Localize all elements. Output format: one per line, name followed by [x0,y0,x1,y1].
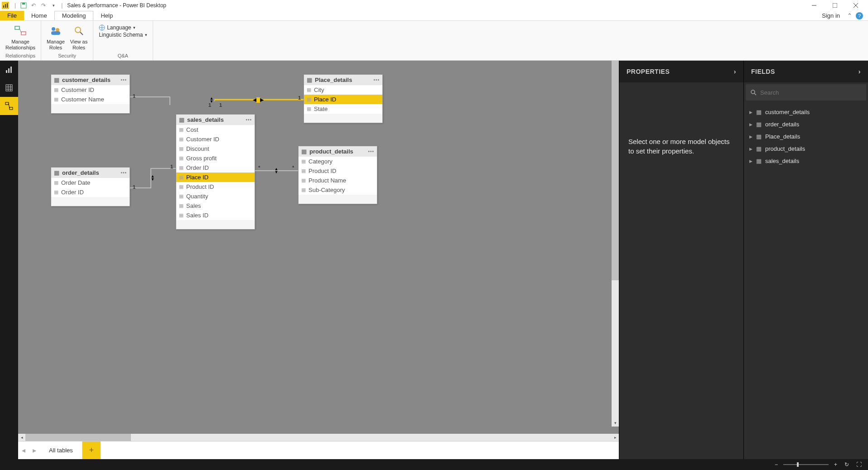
table-header[interactable]: ▦ order_details ••• [51,168,130,178]
table-field[interactable]: ▦Sales [176,201,255,211]
qat-dropdown-icon[interactable]: ▾ [49,1,58,10]
fields-item-product-details[interactable]: ▶ ▦ product_details [746,143,866,155]
fields-item-order-details[interactable]: ▶ ▦ order_details [746,118,866,130]
table-field[interactable]: ▦Sub-Category [299,185,377,195]
fields-item-place-details[interactable]: ▶ ▦ Place_details [746,130,866,143]
fields-header[interactable]: FIELDS › [744,61,868,82]
cardinality-one: 1 [133,184,135,190]
table-field[interactable]: ▦Place ID [176,173,255,182]
tab-next-icon[interactable]: ▸ [29,441,40,459]
fields-item-sales-details[interactable]: ▶ ▦ sales_details [746,155,866,167]
help-icon[interactable]: ? [854,11,864,20]
modeling-tab[interactable]: Modeling [54,11,94,20]
maximize-button[interactable] [825,0,845,11]
table-header[interactable]: ▦ sales_details ••• [176,115,255,125]
table-menu-icon[interactable]: ••• [368,149,374,154]
reset-zoom-icon[interactable]: ↻ [843,461,851,468]
properties-header[interactable]: PROPERTIES › [619,61,743,82]
home-tab[interactable]: Home [24,11,54,20]
chevron-right-icon[interactable]: › [734,68,736,75]
table-order-details[interactable]: ▦ order_details ••• ▦Order Date ▦Order I… [51,167,130,206]
redo-icon[interactable]: ↷ [39,1,48,10]
table-field[interactable]: ▦Order Date [51,178,130,187]
linguistic-schema-button[interactable]: Linguistic Schema ▾ [99,32,147,38]
cardinality-one: 1 [133,93,135,99]
expand-icon[interactable]: ▶ [749,159,752,163]
table-field[interactable]: ▦Discount [176,144,255,153]
table-field[interactable]: ▦Customer Name [51,95,130,104]
undo-icon[interactable]: ↶ [29,1,38,10]
table-field[interactable]: ▦Order ID [176,163,255,173]
scrollbar-thumb[interactable] [612,61,619,280]
table-field[interactable]: ▦State [304,104,382,114]
table-menu-icon[interactable]: ••• [246,117,252,122]
manage-roles-button[interactable]: Manage Roles [45,23,67,52]
zoom-in-button[interactable]: + [832,461,839,468]
table-customer-details[interactable]: ▦ customer_details ••• ▦Customer ID ▦Cus… [51,74,130,114]
table-menu-icon[interactable]: ••• [373,77,380,82]
language-button[interactable]: Language ▾ [99,24,147,31]
zoom-out-button[interactable]: − [773,461,780,468]
ribbon-collapse-icon[interactable]: ⌃ [844,11,854,20]
separator: | [61,2,63,9]
table-field[interactable]: ▦Cost [176,125,255,134]
table-header[interactable]: ▦ product_details ••• [299,146,377,157]
tab-prev-icon[interactable]: ◂ [18,441,29,459]
tab-all-tables[interactable]: All tables [40,441,82,459]
table-field[interactable]: ▦Order ID [51,187,130,197]
fit-to-screen-icon[interactable]: ⛶ [854,461,863,468]
minimize-button[interactable] [804,0,825,11]
field-icon: ▦ [307,106,311,112]
signin-button[interactable]: Sign in [817,11,844,20]
table-field[interactable]: ▦Category [299,157,377,166]
table-field[interactable]: ▦Product Name [299,176,377,185]
expand-icon[interactable]: ▶ [749,122,752,127]
table-sales-details[interactable]: ▦ sales_details ••• ▦Cost ▦Customer ID ▦… [176,114,255,230]
scrollbar-thumb[interactable] [25,434,131,441]
help-tab[interactable]: Help [93,11,120,20]
save-icon[interactable] [19,1,28,10]
table-menu-icon[interactable]: ••• [121,170,127,175]
expand-icon[interactable]: ▶ [749,110,752,115]
table-field[interactable]: ▦Gross profit [176,153,255,163]
file-tab[interactable]: File [0,11,24,20]
chevron-right-icon[interactable]: › [858,68,861,75]
scroll-right-icon[interactable]: ▸ [612,434,619,441]
horizontal-scrollbar[interactable]: ◂ ▸ [18,434,619,441]
table-field[interactable]: ▦Product ID [176,182,255,192]
manage-relationships-button[interactable]: Manage Relationships [4,23,37,52]
model-view-button[interactable] [0,97,18,115]
vertical-scrollbar[interactable]: ▾ [612,61,619,427]
scroll-down-icon[interactable]: ▾ [612,419,619,427]
fields-item-customer-details[interactable]: ▶ ▦ customer_details [746,106,866,118]
table-product-details[interactable]: ▦ product_details ••• ▦Category ▦Product… [298,146,377,204]
table-field[interactable]: ▦Place ID [304,95,382,104]
fields-search[interactable] [746,84,866,101]
view-as-roles-button[interactable]: View as Roles [68,23,89,52]
table-field[interactable]: ▦Customer ID [176,134,255,144]
expand-icon[interactable]: ▶ [749,134,752,139]
search-input[interactable] [760,89,862,96]
relationship-indicator-icon[interactable]: ◀ ▶ [253,97,264,103]
table-field[interactable]: ▦City [304,85,382,95]
cardinality-one: 1 [298,95,301,101]
table-header[interactable]: ▦ customer_details ••• [51,75,130,85]
table-field[interactable]: ▦Customer ID [51,85,130,95]
add-tab-button[interactable]: + [82,441,101,459]
scroll-left-icon[interactable]: ◂ [18,434,25,441]
table-field[interactable]: ▦Product ID [299,166,377,176]
report-view-button[interactable] [0,61,18,79]
svg-rect-20 [10,67,12,73]
expand-icon[interactable]: ▶ [749,147,752,151]
table-menu-icon[interactable]: ••• [121,77,127,82]
filter-direction-icon: ▲▼ [149,175,156,181]
data-view-button[interactable] [0,79,18,97]
field-icon: ▦ [179,155,183,161]
zoom-slider[interactable] [783,464,829,465]
table-header[interactable]: ▦ Place_details ••• [304,75,382,85]
table-place-details[interactable]: ▦ Place_details ••• ▦City ▦Place ID ▦Sta… [304,74,383,123]
close-button[interactable] [845,0,866,11]
model-canvas[interactable]: ▦ customer_details ••• ▦Customer ID ▦Cus… [18,61,619,434]
table-field[interactable]: ▦Quantity [176,192,255,201]
table-field[interactable]: ▦Sales ID [176,211,255,220]
